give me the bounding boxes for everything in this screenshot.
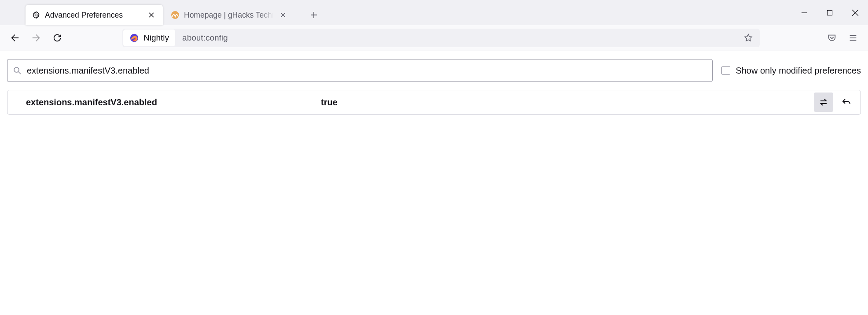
ghacks-favicon xyxy=(171,11,180,19)
search-icon xyxy=(13,66,22,75)
reload-icon xyxy=(52,33,62,43)
url-text: about:config xyxy=(182,33,740,43)
star-icon xyxy=(743,33,753,43)
bookmark-button[interactable] xyxy=(740,30,756,46)
svg-point-0 xyxy=(35,14,37,16)
app-menu-button[interactable] xyxy=(844,29,862,47)
tab-title: Homepage | gHacks Technology xyxy=(184,11,273,20)
new-tab-button[interactable] xyxy=(305,6,323,24)
preference-name: extensions.manifestV3.enabled xyxy=(26,97,321,107)
window-controls xyxy=(791,0,868,25)
address-bar[interactable]: Nightly about:config xyxy=(122,29,760,47)
toggle-button[interactable] xyxy=(814,93,833,112)
arrow-left-icon xyxy=(10,33,20,43)
preference-value: true xyxy=(321,97,814,107)
gear-icon xyxy=(32,11,40,19)
preferences-list: extensions.manifestV3.enabled true xyxy=(7,90,861,115)
arrow-right-icon xyxy=(31,33,41,43)
undo-icon xyxy=(841,97,852,107)
minimize-icon xyxy=(801,10,807,16)
search-box xyxy=(7,59,713,82)
checkbox-box xyxy=(721,66,730,75)
plus-icon xyxy=(309,11,318,19)
tab-close-button[interactable] xyxy=(146,10,157,20)
tab-title: Advanced Preferences xyxy=(45,11,142,20)
search-row: Show only modified preferences xyxy=(7,59,861,82)
preference-actions xyxy=(814,93,856,112)
svg-point-4 xyxy=(14,67,19,72)
tab-bar: Advanced Preferences Homepage | gHacks T… xyxy=(0,0,868,25)
maximize-icon xyxy=(827,10,833,16)
reset-button[interactable] xyxy=(837,93,856,112)
close-icon xyxy=(852,9,859,16)
identity-box[interactable]: Nightly xyxy=(123,30,175,46)
pocket-button[interactable] xyxy=(823,29,841,47)
close-icon xyxy=(148,11,155,19)
about-config-content: Show only modified preferences extension… xyxy=(0,51,868,122)
window-close-button[interactable] xyxy=(842,4,868,22)
back-button[interactable] xyxy=(6,29,24,47)
svg-rect-2 xyxy=(828,10,832,15)
tab-ghacks[interactable]: Homepage | gHacks Technology xyxy=(165,5,294,25)
hamburger-icon xyxy=(848,33,858,43)
forward-button[interactable] xyxy=(27,29,45,47)
firefox-nightly-icon xyxy=(129,33,139,43)
tab-advanced-preferences[interactable]: Advanced Preferences xyxy=(26,5,163,25)
close-icon xyxy=(280,11,287,19)
navigation-toolbar: Nightly about:config xyxy=(0,25,868,51)
identity-label: Nightly xyxy=(143,33,169,43)
tab-close-button[interactable] xyxy=(278,10,288,20)
minimize-button[interactable] xyxy=(791,4,817,22)
pocket-icon xyxy=(827,33,837,43)
toggle-arrows-icon xyxy=(818,97,829,107)
reload-button[interactable] xyxy=(48,29,66,47)
checkbox-label: Show only modified preferences xyxy=(736,66,861,76)
preference-search-input[interactable] xyxy=(27,66,707,76)
maximize-button[interactable] xyxy=(817,4,842,22)
show-modified-only-checkbox[interactable]: Show only modified preferences xyxy=(721,66,861,76)
preference-row[interactable]: extensions.manifestV3.enabled true xyxy=(7,90,861,114)
